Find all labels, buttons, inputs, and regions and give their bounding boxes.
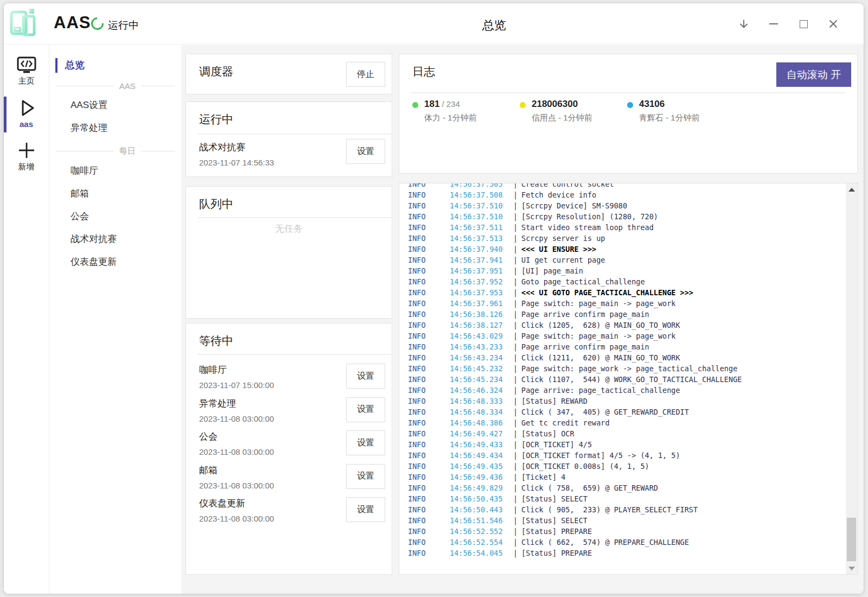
log-message: [Ticket] 4 xyxy=(521,472,565,482)
rail-item-label: aas xyxy=(20,119,33,129)
menu-section-divider-aas: AAS xyxy=(56,81,175,91)
log-level: INFO xyxy=(399,309,450,320)
triangle-down-icon xyxy=(848,567,855,570)
scrollbar-thumb[interactable] xyxy=(847,518,856,561)
log-entry-row: INFO 14:56:37.510 | [Scrcpy Resolution] … xyxy=(399,211,845,222)
log-entry-row: INFO 14:56:38.127 | Click (1205, 628) @ … xyxy=(399,320,845,331)
log-entry-row: INFO 14:56:46.324 | Page arrive: page_ta… xyxy=(399,385,845,396)
log-entry-row: INFO 14:56:50.443 | Click ( 905, 233) @ … xyxy=(399,504,845,515)
log-separator: | xyxy=(509,331,521,341)
rail-item-add[interactable]: 新增 xyxy=(4,141,49,174)
log-level: INFO xyxy=(399,450,450,461)
home-code-monitor-icon xyxy=(16,56,37,74)
log-separator: | xyxy=(509,461,521,472)
log-separator: | xyxy=(509,407,521,417)
autoscroll-toggle-button[interactable]: 自动滚动 开 xyxy=(776,62,851,87)
log-separator: | xyxy=(509,244,521,255)
log-message: [Status] SELECT xyxy=(521,493,588,504)
sidebar-item[interactable]: 仪表盘更新 xyxy=(50,250,181,273)
log-entry-row: INFO 14:56:49.435 | [OCR_TICKET 0.008s] … xyxy=(399,461,845,472)
waiting-task-row: 仪表盘更新 2023-11-08 03:00:00 设置 xyxy=(199,497,392,531)
sidebar-item[interactable]: 公会 xyxy=(50,205,181,227)
log-entry-row: INFO 14:56:45.232 | Page switch: page_wo… xyxy=(399,363,845,374)
log-level: INFO xyxy=(399,493,450,504)
log-message: Page switch: page_main -> page_work xyxy=(521,298,675,309)
queue-card: 队列中 无任务 xyxy=(186,186,392,319)
log-message: [Scrcpy Device] SM-S9080 xyxy=(521,200,627,211)
log-timestamp: 14:56:37.952 xyxy=(450,276,509,287)
minimize-button[interactable] xyxy=(768,18,779,29)
divider xyxy=(198,354,392,355)
scroll-down-button[interactable] xyxy=(846,563,857,573)
settings-button[interactable]: 设置 xyxy=(346,497,385,522)
menu-section-label: AAS xyxy=(119,81,136,91)
log-level: INFO xyxy=(399,374,450,385)
close-button[interactable] xyxy=(828,18,839,29)
sidebar-item[interactable]: 邮箱 xyxy=(50,182,181,205)
log-scrollbar[interactable] xyxy=(846,183,857,574)
scroll-up-button[interactable] xyxy=(846,185,857,194)
log-separator: | xyxy=(509,255,521,265)
sidebar-item[interactable]: 异常处理 xyxy=(50,116,181,139)
log-separator: | xyxy=(509,537,521,548)
log-separator: | xyxy=(509,548,521,558)
log-entry-row: INFO 14:56:43.029 | Page switch: page_ma… xyxy=(399,331,845,341)
log-entry-row: INFO 14:56:37.941 | UI get current page xyxy=(399,255,845,265)
sidebar-item[interactable]: AAS设置 xyxy=(50,93,181,116)
log-message: Scrcpy server is up xyxy=(521,233,605,244)
log-level: INFO xyxy=(399,233,450,244)
download-arrow-button[interactable] xyxy=(738,18,749,29)
log-message: [Status] PREPARE xyxy=(521,548,592,558)
log-level: INFO xyxy=(399,504,450,515)
sidebar-item-label: 公会 xyxy=(71,211,89,221)
log-separator: | xyxy=(509,276,521,287)
log-entry-row: INFO 14:56:37.940 | <<< UI ENSURE >>> xyxy=(399,244,845,255)
stat-caption: 青辉石 - 1分钟前 xyxy=(639,113,700,123)
sidebar-item[interactable]: 战术对抗赛 xyxy=(50,227,181,250)
log-timestamp: 14:56:48.334 xyxy=(450,407,509,417)
log-entry-row: INFO 14:56:49.433 | [OCR_TICKET] 4/5 xyxy=(399,439,845,450)
log-entry-row: INFO 14:56:48.333 | [Status] REWARD xyxy=(399,396,845,407)
stop-button[interactable]: 停止 xyxy=(346,62,385,87)
log-message: [OCR_TICKET] 4/5 xyxy=(521,439,592,450)
log-card: 日志 自动滚动 开 181/ 234 体力 - 1分钟前 218006300 信… xyxy=(399,54,858,174)
settings-button[interactable]: 设置 xyxy=(346,397,385,422)
log-separator: | xyxy=(509,320,521,331)
log-message: Page arrive confirm page_main xyxy=(521,309,649,320)
log-timestamp: 14:56:51.546 xyxy=(450,515,509,526)
log-entry-list: INFO 14:56:37.505 | Create control socke… xyxy=(399,183,845,558)
settings-button[interactable]: 设置 xyxy=(346,430,385,455)
settings-button[interactable]: 设置 xyxy=(346,464,385,489)
log-level: INFO xyxy=(399,526,450,537)
settings-button[interactable]: 设置 xyxy=(346,364,385,389)
log-timestamp: 14:56:49.434 xyxy=(450,450,509,461)
menu-section-label: 每日 xyxy=(119,146,136,156)
log-level: INFO xyxy=(399,200,450,211)
log-timestamp: 14:56:49.435 xyxy=(450,461,509,472)
log-message: [Status] PREPARE xyxy=(521,526,592,537)
log-message: <<< UI GOTO PAGE_TACTICAL_CHALLENGE >>> xyxy=(521,287,693,298)
log-entry-row: INFO 14:56:37.952 | Goto page_tactical_c… xyxy=(399,276,845,287)
close-icon xyxy=(828,18,839,29)
log-separator: | xyxy=(509,352,521,363)
waiting-task-row: 咖啡厅 2023-11-07 15:00:00 设置 xyxy=(199,364,392,397)
log-timestamp: 14:56:37.951 xyxy=(450,265,509,276)
active-indicator-bar xyxy=(4,97,7,132)
log-entry-row: INFO 14:56:50.435 | [Status] SELECT xyxy=(399,493,845,504)
log-level: INFO xyxy=(399,515,450,526)
log-separator: | xyxy=(509,493,521,504)
log-entry-row: INFO 14:56:37.953 | <<< UI GOTO PAGE_TAC… xyxy=(399,287,845,298)
waiting-task-row: 公会 2023-11-08 03:00:00 设置 xyxy=(199,430,392,464)
rail-item-home[interactable]: 主页 xyxy=(4,56,49,90)
log-timestamp: 14:56:37.961 xyxy=(450,298,509,309)
waiting-title: 等待中 xyxy=(199,333,233,348)
blue-dot-icon xyxy=(627,102,633,108)
log-separator: | xyxy=(509,450,521,461)
log-timestamp: 14:56:37.510 xyxy=(450,211,509,222)
divider xyxy=(198,217,392,218)
rail-item-aas[interactable]: aas xyxy=(4,98,49,132)
sidebar-item[interactable]: 咖啡厅 xyxy=(50,159,181,182)
settings-button[interactable]: 设置 xyxy=(346,139,385,164)
sidebar-item-overview[interactable]: 总览 xyxy=(50,56,181,74)
maximize-button[interactable] xyxy=(798,18,809,29)
